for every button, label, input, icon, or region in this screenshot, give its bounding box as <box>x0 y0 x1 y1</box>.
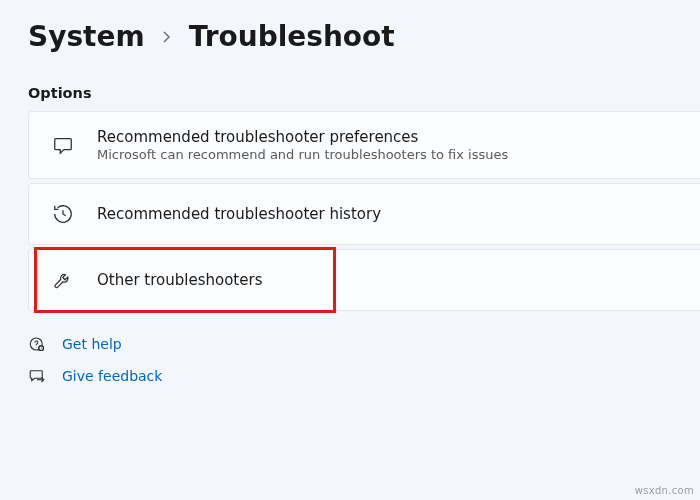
give-feedback-label: Give feedback <box>62 368 162 384</box>
breadcrumb: System Troubleshoot <box>0 0 700 63</box>
chat-icon <box>51 133 75 157</box>
option-recommended-history[interactable]: Recommended troubleshooter history <box>28 183 700 245</box>
page-title: Troubleshoot <box>189 20 395 53</box>
option-title: Recommended troubleshooter history <box>97 205 381 223</box>
options-list: Recommended troubleshooter preferences M… <box>0 111 700 311</box>
wrench-icon <box>51 268 75 292</box>
option-title: Recommended troubleshooter preferences <box>97 128 508 146</box>
svg-text:?: ? <box>40 347 42 351</box>
option-other-troubleshooters[interactable]: Other troubleshooters <box>28 249 700 311</box>
chevron-right-icon <box>161 25 173 49</box>
help-links: ? Get help Give feedback <box>0 311 700 385</box>
get-help-label: Get help <box>62 336 122 352</box>
option-recommended-preferences[interactable]: Recommended troubleshooter preferences M… <box>28 111 700 179</box>
option-title: Other troubleshooters <box>97 271 262 289</box>
svg-point-1 <box>36 347 37 348</box>
section-header-options: Options <box>0 63 700 111</box>
give-feedback-link[interactable]: Give feedback <box>28 367 672 385</box>
option-subtitle: Microsoft can recommend and run troubles… <box>97 147 508 162</box>
watermark: wsxdn.com <box>635 485 694 496</box>
history-icon <box>51 202 75 226</box>
help-icon: ? <box>28 335 46 353</box>
get-help-link[interactable]: ? Get help <box>28 335 672 353</box>
breadcrumb-parent[interactable]: System <box>28 20 145 53</box>
feedback-icon <box>28 367 46 385</box>
